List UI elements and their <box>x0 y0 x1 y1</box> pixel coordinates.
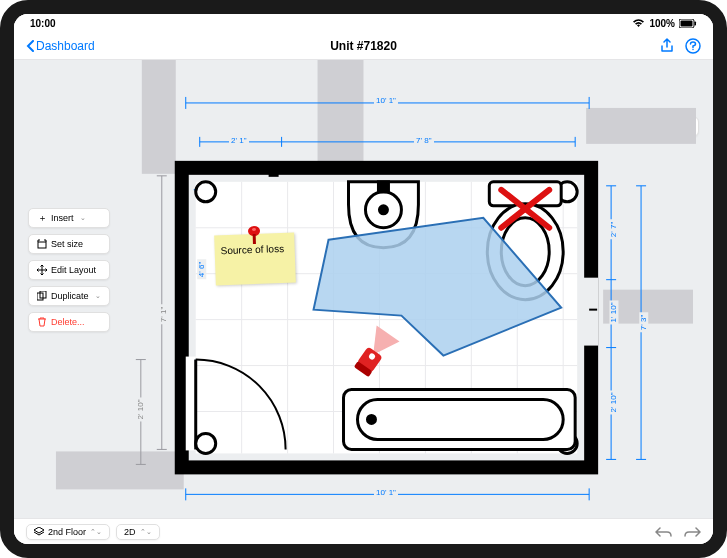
pushpin-icon <box>246 226 263 249</box>
clock: 10:00 <box>30 18 56 29</box>
floor-label: 2nd Floor <box>48 527 86 537</box>
dim-left-inner: 4' 6" <box>197 260 206 280</box>
svg-rect-82 <box>253 234 256 244</box>
layers-icon <box>34 527 44 537</box>
status-bar: 10:00 100% <box>14 14 713 32</box>
help-icon[interactable] <box>685 38 701 54</box>
dim-top-right: 7' 8" <box>414 136 434 145</box>
nav-bar: Dashboard Unit #71820 <box>14 32 713 60</box>
floor-selector[interactable]: 2nd Floor ⌃⌄ <box>26 524 110 540</box>
svg-point-68 <box>379 206 387 214</box>
screen: 10:00 100% Dashboard Unit #71820 <box>14 14 713 544</box>
chevron-updown-icon: ⌄ <box>80 214 86 222</box>
left-toolbar: ＋ Insert ⌄ Set size Edit Layout Duplicat… <box>28 208 110 332</box>
svg-rect-11 <box>56 451 184 489</box>
editlayout-label: Edit Layout <box>51 265 96 275</box>
back-button[interactable]: Dashboard <box>26 39 95 53</box>
svg-point-77 <box>367 415 375 423</box>
svg-rect-69 <box>378 182 388 192</box>
dim-bottom-total: 10' 1" <box>374 488 398 497</box>
svg-rect-65 <box>270 173 278 176</box>
duplicate-icon <box>37 291 47 301</box>
dim-right-mid: 1' 10" <box>609 301 618 325</box>
svg-rect-2 <box>695 21 697 25</box>
floorplan-canvas[interactable]: Bathroom <box>14 60 713 518</box>
insert-button[interactable]: ＋ Insert ⌄ <box>28 208 110 228</box>
resize-icon <box>37 239 47 249</box>
setsize-label: Set size <box>51 239 83 249</box>
sticky-note[interactable]: Source of loss <box>214 233 296 286</box>
dim-top-left: 2' 1" <box>229 136 249 145</box>
svg-rect-7 <box>142 60 176 174</box>
battery-percent: 100% <box>649 18 675 29</box>
chevron-updown-icon: ⌃⌄ <box>140 528 152 536</box>
view-selector[interactable]: 2D ⌃⌄ <box>116 524 160 540</box>
dim-left-outer-bottom: 2' 10" <box>136 398 145 422</box>
dim-right-top: 2' 7" <box>609 220 618 240</box>
plus-icon: ＋ <box>37 213 47 223</box>
redo-button[interactable] <box>683 525 701 539</box>
svg-point-62 <box>196 433 216 453</box>
dim-top-total: 10' 1" <box>374 96 398 105</box>
svg-rect-84 <box>38 242 46 248</box>
undo-button[interactable] <box>655 525 673 539</box>
svg-rect-8 <box>318 60 364 170</box>
chevron-updown-icon: ⌄ <box>95 292 101 300</box>
battery-icon <box>679 19 697 28</box>
wifi-icon <box>632 18 645 28</box>
svg-rect-44 <box>583 278 598 346</box>
bathtub-fixture <box>344 390 576 450</box>
svg-rect-9 <box>586 108 696 144</box>
insert-label: Insert <box>51 213 74 223</box>
svg-rect-1 <box>681 20 693 26</box>
dim-right-outer: 7' 3" <box>639 313 648 333</box>
svg-point-60 <box>196 182 216 202</box>
svg-rect-76 <box>357 400 563 440</box>
move-icon <box>37 265 47 275</box>
setsize-button[interactable]: Set size <box>28 234 110 254</box>
share-icon[interactable] <box>659 38 675 54</box>
chevron-updown-icon: ⌃⌄ <box>90 528 102 536</box>
chevron-left-icon <box>26 40 34 52</box>
dim-left-outer-top: 7' 1" <box>159 305 168 325</box>
back-label: Dashboard <box>36 39 95 53</box>
delete-label: Delete... <box>51 317 85 327</box>
delete-button[interactable]: Delete... <box>28 312 110 332</box>
page-title: Unit #71820 <box>330 39 397 53</box>
duplicate-label: Duplicate <box>51 291 89 301</box>
device-frame: 10:00 100% Dashboard Unit #71820 <box>0 0 727 558</box>
trash-icon <box>37 317 47 327</box>
bottom-bar: 2nd Floor ⌃⌄ 2D ⌃⌄ <box>14 518 713 544</box>
editlayout-button[interactable]: Edit Layout <box>28 260 110 280</box>
dim-right-bottom: 2' 10" <box>609 391 618 415</box>
svg-rect-70 <box>489 182 561 206</box>
duplicate-button[interactable]: Duplicate ⌄ <box>28 286 110 306</box>
floorplan-svg <box>14 60 713 518</box>
view-label: 2D <box>124 527 136 537</box>
